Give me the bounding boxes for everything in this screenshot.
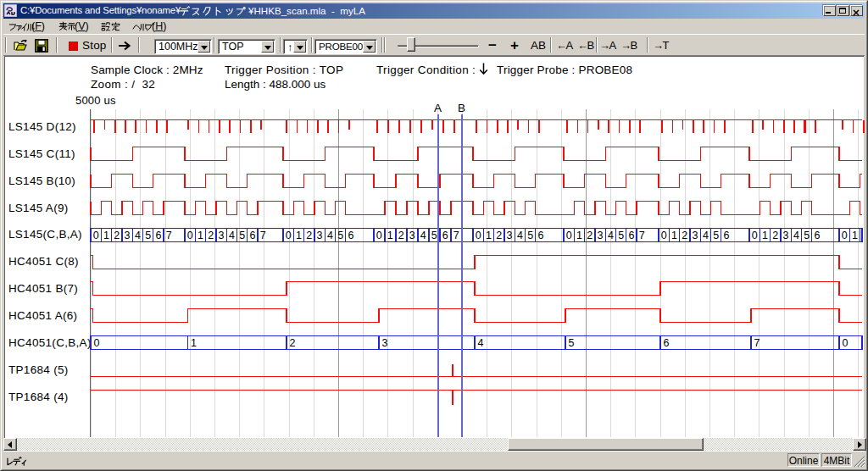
svg-text:5: 5	[618, 230, 624, 241]
svg-text:2: 2	[496, 230, 502, 241]
svg-text:6: 6	[250, 230, 256, 241]
svg-text:6: 6	[664, 337, 670, 349]
svg-text:0: 0	[93, 230, 99, 241]
svg-text:0: 0	[476, 230, 481, 241]
svg-text:4: 4	[327, 230, 333, 241]
svg-text:5: 5	[337, 230, 343, 241]
svg-text:1: 1	[852, 230, 858, 241]
svg-text:2: 2	[114, 230, 120, 241]
svg-text:5: 5	[713, 230, 719, 241]
svg-text:1: 1	[296, 230, 302, 241]
svg-text:4: 4	[420, 230, 426, 241]
svg-text:6: 6	[538, 230, 544, 241]
svg-text:6: 6	[442, 230, 448, 241]
svg-text:1: 1	[387, 230, 393, 241]
svg-text:2: 2	[682, 230, 687, 241]
svg-text:6: 6	[815, 230, 821, 241]
svg-text:1: 1	[486, 230, 492, 241]
svg-text:4: 4	[703, 230, 709, 241]
svg-text:1: 1	[576, 230, 582, 241]
svg-text:0: 0	[842, 230, 848, 241]
svg-text:7: 7	[260, 230, 266, 241]
svg-text:3: 3	[507, 230, 513, 241]
svg-text:4: 4	[517, 230, 523, 241]
svg-text:1: 1	[191, 337, 197, 349]
svg-text:1: 1	[671, 230, 677, 241]
svg-text:6: 6	[629, 230, 635, 241]
svg-text:5: 5	[569, 337, 575, 349]
svg-text:3: 3	[219, 230, 225, 241]
svg-text:6: 6	[724, 230, 730, 241]
svg-text:5: 5	[431, 230, 437, 241]
svg-text:7: 7	[754, 337, 760, 349]
svg-text:1: 1	[198, 230, 203, 241]
svg-text:2: 2	[208, 230, 214, 241]
svg-text:3: 3	[317, 230, 323, 241]
svg-text:0: 0	[566, 230, 572, 241]
svg-text:2: 2	[772, 230, 778, 241]
svg-text:6: 6	[348, 230, 354, 241]
svg-text:B: B	[458, 102, 465, 114]
svg-text:4: 4	[229, 230, 235, 241]
svg-text:0: 0	[187, 230, 193, 241]
svg-text:1: 1	[103, 230, 109, 241]
svg-text:0: 0	[752, 230, 758, 241]
svg-text:2: 2	[587, 230, 593, 241]
svg-text:0: 0	[376, 230, 382, 241]
svg-text:3: 3	[783, 230, 789, 241]
svg-text:7: 7	[453, 230, 459, 241]
svg-text:3: 3	[598, 230, 604, 241]
svg-text:3: 3	[125, 230, 131, 241]
svg-text:2: 2	[398, 230, 404, 241]
svg-text:5: 5	[527, 230, 533, 241]
svg-text:5: 5	[239, 230, 245, 241]
svg-text:3: 3	[409, 230, 415, 241]
svg-text:4: 4	[793, 230, 799, 241]
svg-text:5: 5	[145, 230, 151, 241]
svg-text:5: 5	[804, 230, 810, 241]
svg-text:A: A	[434, 102, 442, 114]
svg-text:0: 0	[94, 337, 100, 349]
svg-text:4: 4	[608, 230, 614, 241]
svg-text:7: 7	[166, 230, 172, 241]
svg-text:7: 7	[639, 230, 645, 241]
svg-text:2: 2	[306, 230, 312, 241]
svg-text:1: 1	[762, 230, 768, 241]
svg-text:4: 4	[135, 230, 141, 241]
svg-text:0: 0	[286, 230, 292, 241]
svg-text:4: 4	[478, 337, 484, 349]
svg-text:2: 2	[290, 337, 296, 349]
svg-text:3: 3	[693, 230, 698, 241]
svg-text:6: 6	[156, 230, 162, 241]
svg-text:0: 0	[661, 230, 667, 241]
svg-text:3: 3	[382, 337, 388, 349]
svg-text:0: 0	[843, 337, 849, 349]
